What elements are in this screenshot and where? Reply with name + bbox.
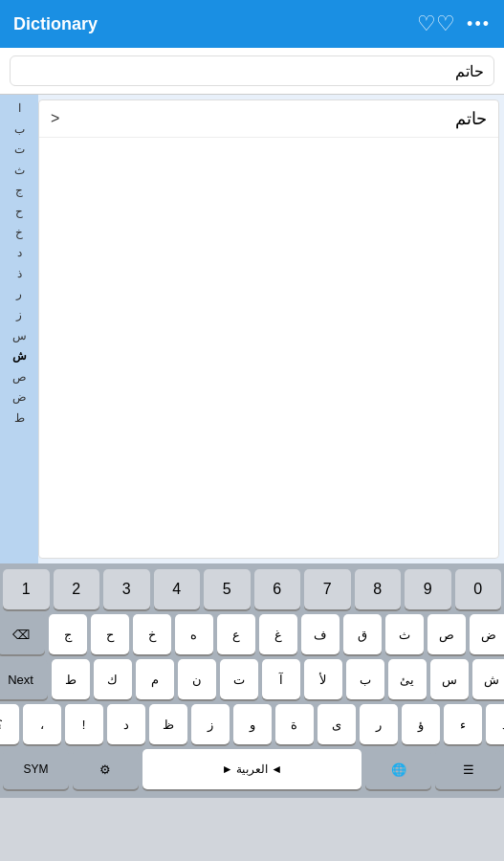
key-ra[interactable]: ر (360, 704, 398, 744)
content-body (39, 138, 498, 520)
key-hamza[interactable]: ء (444, 704, 482, 744)
keyboard-row-3: ؟ ، ! د ظ ز و ة ى ر ؤ ء ذ (3, 704, 501, 744)
space-key[interactable]: ◄ العربية ► (142, 749, 362, 789)
sidebar-letter-thal[interactable]: ذ (0, 264, 38, 285)
key-thal[interactable]: ذ (486, 704, 505, 744)
number-row: 1 2 3 4 5 6 7 8 9 0 (3, 569, 501, 609)
sidebar-letter-ra[interactable]: ر (0, 284, 38, 305)
key-fa[interactable]: ف (301, 614, 340, 654)
key-2[interactable]: 2 (54, 569, 100, 609)
key-8[interactable]: 8 (355, 569, 402, 609)
keyboard-bottom-row: SYM ⚙ ◄ العربية ► 🌐 ☰ (3, 749, 501, 789)
key-alef-maqsura[interactable]: ى (318, 704, 356, 744)
sidebar-letter-sad[interactable]: ص (0, 367, 38, 388)
search-bar (0, 48, 504, 95)
key-kaf[interactable]: ك (94, 659, 132, 699)
key-tha[interactable]: ث (385, 614, 424, 654)
emoji-key[interactable]: ☰ (435, 749, 501, 789)
key-ta-marbuta[interactable]: ة (275, 704, 314, 744)
key-ha2[interactable]: ه (175, 614, 213, 654)
sidebar-letter-zain[interactable]: ز (0, 305, 38, 326)
key-mim[interactable]: م (136, 659, 174, 699)
sym-key[interactable]: SYM (3, 749, 69, 789)
key-waw-hamza[interactable]: ؤ (402, 704, 440, 744)
key-ba[interactable]: ب (346, 659, 384, 699)
gear-key[interactable]: ⚙ (73, 749, 139, 789)
key-shin[interactable]: ش (472, 659, 505, 699)
key-nun[interactable]: ن (178, 659, 216, 699)
sidebar-letter-tha[interactable]: ث (0, 161, 38, 182)
app-title: Dictionary (13, 14, 98, 34)
space-label: ◄ العربية ► (222, 762, 282, 776)
sidebar-letter-sin[interactable]: س (0, 326, 38, 347)
key-dal[interactable]: د (107, 704, 145, 744)
key-exclaim[interactable]: ! (65, 704, 103, 744)
key-3[interactable]: 3 (103, 569, 150, 609)
header: Dictionary ♡♡ ••• (0, 0, 504, 48)
key-ya-hamza[interactable]: يئ (388, 659, 427, 699)
key-0[interactable]: 0 (455, 569, 502, 609)
key-sad[interactable]: ص (427, 614, 466, 654)
key-7[interactable]: 7 (304, 569, 351, 609)
sidebar-letter-ta2[interactable]: ط (0, 408, 38, 430)
keyboard: 1 2 3 4 5 6 7 8 9 0 ⌫ ج ح خ ه ع غ ف ق ث … (0, 563, 504, 798)
favorites-icon[interactable]: ♡♡ (417, 11, 455, 36)
key-sin[interactable]: س (430, 659, 469, 699)
sidebar-letter-shin[interactable]: ش (0, 346, 38, 367)
key-lam-alef[interactable]: لأ (304, 659, 342, 699)
key-question[interactable]: ؟ (0, 704, 19, 744)
key-zain[interactable]: ز (191, 704, 230, 744)
sidebar-letter-ta[interactable]: ت (0, 140, 38, 161)
content-header: حاتم < (39, 100, 498, 138)
key-ha-big[interactable]: ح (91, 614, 129, 654)
sidebar-letter-ha[interactable]: ح (0, 202, 38, 223)
key-6[interactable]: 6 (254, 569, 301, 609)
back-button[interactable]: < (51, 110, 59, 127)
keyboard-row-1: ⌫ ج ح خ ه ع غ ف ق ث ص ض (3, 614, 501, 654)
more-options-icon[interactable]: ••• (467, 14, 491, 34)
key-kha[interactable]: خ (133, 614, 171, 654)
key-ta[interactable]: ط (52, 659, 90, 699)
alphabet-sidebar: ا ب ت ث ج ح خ د ذ ر ز س ش ص ض ط (0, 95, 38, 563)
key-ta2[interactable]: ت (220, 659, 258, 699)
key-waw[interactable]: و (233, 704, 272, 744)
key-comma[interactable]: ، (23, 704, 61, 744)
key-ghain[interactable]: غ (259, 614, 297, 654)
key-ain[interactable]: ع (217, 614, 255, 654)
search-input[interactable] (10, 55, 494, 86)
next-button[interactable]: Next (0, 659, 48, 699)
key-dha[interactable]: ظ (149, 704, 187, 744)
content-panel: حاتم < (38, 99, 499, 559)
sidebar-letter-ba[interactable]: ب (0, 120, 38, 141)
entry-word: حاتم (455, 108, 487, 129)
key-5[interactable]: 5 (204, 569, 251, 609)
keyboard-row-2: Next ط ك م ن ت آ لأ ب يئ س ش (3, 659, 501, 699)
sidebar-letter-dal[interactable]: د (0, 243, 38, 264)
key-4[interactable]: 4 (154, 569, 201, 609)
backspace-key[interactable]: ⌫ (0, 614, 45, 654)
key-dad[interactable]: ض (470, 614, 505, 654)
key-1[interactable]: 1 (3, 569, 50, 609)
sidebar-letter-dad[interactable]: ض (0, 387, 38, 408)
sidebar-letter-jim[interactable]: ج (0, 181, 38, 202)
key-qaf[interactable]: ق (343, 614, 382, 654)
globe-key[interactable]: 🌐 (365, 749, 431, 789)
key-ha-small[interactable]: ج (49, 614, 87, 654)
key-9[interactable]: 9 (405, 569, 451, 609)
header-actions: ♡♡ ••• (417, 11, 491, 36)
key-alef-mad[interactable]: آ (262, 659, 300, 699)
main-area: ا ب ت ث ج ح خ د ذ ر ز س ش ص ض ط حاتم < (0, 95, 504, 563)
sidebar-letter-alef[interactable]: ا (0, 99, 38, 120)
sidebar-letter-kha[interactable]: خ (0, 223, 38, 244)
